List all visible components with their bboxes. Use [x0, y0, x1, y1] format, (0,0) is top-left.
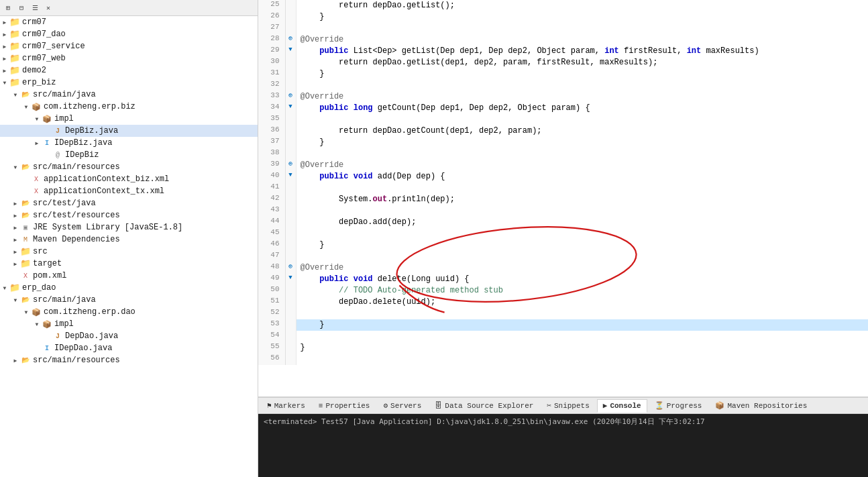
tree-arrow[interactable]: ▼ [21, 307, 31, 317]
tree-arrow[interactable]: ▶ [11, 356, 20, 365]
code-content[interactable]: @Override [296, 160, 868, 171]
gutter-cell[interactable] [285, 148, 296, 160]
bottom-tab-properties[interactable]: ≡Properties [313, 399, 376, 413]
gutter-cell[interactable] [285, 228, 296, 240]
gutter-cell[interactable] [285, 182, 296, 194]
tree-item-com_itzheng_erp_dao[interactable]: ▼📦com.itzheng.erp.dao [0, 306, 258, 318]
tree-item-IDepBiz_annotation[interactable]: @IDepBiz [0, 149, 258, 161]
code-content[interactable] [296, 148, 868, 160]
code-content[interactable] [296, 354, 868, 365]
tree-item-erp_dao[interactable]: ▼📁erp_dao [0, 282, 258, 294]
code-content[interactable]: return depDao.getCount(dep1, dep2, param… [296, 125, 868, 137]
gutter-cell[interactable] [285, 342, 296, 354]
gutter-cell[interactable]: ▼ [285, 46, 296, 57]
tree-item-com_itzheng_erp_biz[interactable]: ▼📦com.itzheng.erp.biz [0, 101, 258, 113]
gutter-cell[interactable]: ▼ [285, 103, 296, 114]
tree-item-pom_xml[interactable]: Xpom.xml [0, 270, 258, 282]
bottom-tab-data-source-explorer[interactable]: 🗄Data Source Explorer [429, 399, 539, 413]
gutter-cell[interactable] [285, 251, 296, 262]
tree-arrow[interactable]: ▼ [32, 319, 42, 329]
tree-arrow[interactable]: ▶ [0, 66, 9, 75]
code-content[interactable]: return depDao.getList(); [296, 0, 868, 11]
tree-item-crm07_dao[interactable]: ▶📁crm07_dao [0, 28, 258, 40]
tree-arrow[interactable]: ▶ [11, 259, 20, 268]
code-content[interactable]: public void delete(Long uuid) { [296, 274, 868, 285]
gutter-cell[interactable] [285, 308, 296, 319]
tree-arrow[interactable]: ▼ [11, 90, 20, 99]
collapse-all-icon[interactable]: ⊞ [3, 3, 13, 13]
code-content[interactable]: } [296, 240, 868, 251]
gutter-cell[interactable] [285, 331, 296, 342]
gutter-cell[interactable]: ⊕ [285, 160, 296, 171]
tree-arrow[interactable] [21, 187, 31, 196]
gutter-cell[interactable]: ⊕ [285, 91, 296, 103]
tree-item-src_test_resources[interactable]: ▶📂src/test/resources [0, 209, 258, 221]
gutter-cell[interactable]: ⊕ [285, 262, 296, 274]
tree-arrow[interactable]: ▶ [11, 223, 20, 232]
gutter-cell[interactable] [285, 217, 296, 228]
tree-item-maven_dependencies[interactable]: ▶MMaven Dependencies [0, 233, 258, 246]
code-content[interactable] [296, 228, 868, 240]
bottom-tab-progress[interactable]: ⏳Progress [649, 399, 708, 413]
code-content[interactable]: public List<Dep> getList(Dep dep1, Dep d… [296, 46, 868, 57]
gutter-cell[interactable] [285, 11, 296, 23]
gutter-cell[interactable]: ⊕ [285, 34, 296, 46]
gutter-cell[interactable]: ▼ [285, 274, 296, 285]
gutter-cell[interactable] [285, 205, 296, 217]
tree-item-crm07_web[interactable]: ▶📁crm07_web [0, 52, 258, 64]
code-content[interactable]: @Override [296, 91, 868, 103]
code-content[interactable]: } [296, 319, 868, 331]
gutter-cell[interactable] [285, 354, 296, 365]
gutter-cell[interactable] [285, 23, 296, 34]
gutter-cell[interactable] [285, 80, 296, 91]
code-content[interactable] [296, 251, 868, 262]
tree-item-demo2[interactable]: ▶📁demo2 [0, 64, 258, 76]
bottom-tab-snippets[interactable]: ✂Snippets [541, 399, 595, 413]
gutter-cell[interactable] [285, 114, 296, 125]
gutter-cell[interactable] [285, 297, 296, 308]
tree-arrow[interactable] [43, 126, 52, 136]
tree-item-crm07_service[interactable]: ▶📁crm07_service [0, 40, 258, 52]
gutter-cell[interactable] [285, 240, 296, 251]
tree-arrow[interactable]: ▼ [0, 283, 9, 293]
tree-item-target[interactable]: ▶📁target [0, 258, 258, 270]
tree-item-src[interactable]: ▶📁src [0, 246, 258, 258]
code-content[interactable]: @Override [296, 34, 868, 46]
tree-arrow[interactable]: ▶ [11, 199, 20, 208]
tree-item-IDepBiz_java[interactable]: ▶IIDepBiz.java [0, 137, 258, 149]
tree-item-DepDao_java[interactable]: JDepDao.java [0, 330, 258, 342]
tree-item-applicationContext_tx[interactable]: XapplicationContext_tx.xml [0, 185, 258, 197]
code-content[interactable]: depDao.delete(uuid); [296, 297, 868, 308]
tree-item-src_main_resources2[interactable]: ▶📂src/main/resources [0, 354, 258, 366]
code-content[interactable] [296, 331, 868, 342]
gutter-cell[interactable] [285, 319, 296, 331]
gutter-cell[interactable] [285, 57, 296, 68]
tree-item-erp_biz[interactable]: ▼📁erp_biz [0, 76, 258, 89]
code-content[interactable]: } [296, 137, 868, 148]
code-content[interactable] [296, 23, 868, 34]
tree-arrow[interactable] [32, 343, 42, 353]
code-content[interactable]: public void add(Dep dep) { [296, 171, 868, 182]
tree-arrow[interactable] [43, 150, 52, 160]
tree-item-src_main_resources[interactable]: ▼📂src/main/resources [0, 161, 258, 173]
tree-item-impl[interactable]: ▼📦impl [0, 113, 258, 125]
tree-arrow[interactable] [21, 174, 31, 184]
code-content[interactable]: } [296, 11, 868, 23]
tree-arrow[interactable]: ▼ [32, 114, 42, 123]
tree-item-crm07[interactable]: ▶📁crm07 [0, 16, 258, 28]
gutter-cell[interactable]: ▼ [285, 171, 296, 182]
gutter-cell[interactable] [285, 137, 296, 148]
tree-item-IDepDao_java[interactable]: IIDepDao.java [0, 342, 258, 354]
tree-arrow[interactable] [11, 271, 20, 280]
gutter-cell[interactable] [285, 0, 296, 11]
tree-arrow[interactable]: ▶ [0, 42, 9, 51]
code-content[interactable]: return depDao.getList(dep1, dep2, param,… [296, 57, 868, 68]
code-content[interactable] [296, 205, 868, 217]
bottom-tab-servers[interactable]: ⚙Servers [377, 399, 427, 413]
tree-arrow[interactable]: ▶ [32, 138, 42, 148]
tree-item-impl2[interactable]: ▼📦impl [0, 318, 258, 330]
code-scroll-area[interactable]: 25 return depDao.getList();26 }2728⊕@Ove… [258, 0, 868, 365]
code-content[interactable]: } [296, 342, 868, 354]
link-editor-icon[interactable]: ⊟ [16, 3, 27, 13]
tree-arrow[interactable]: ▶ [11, 247, 20, 256]
